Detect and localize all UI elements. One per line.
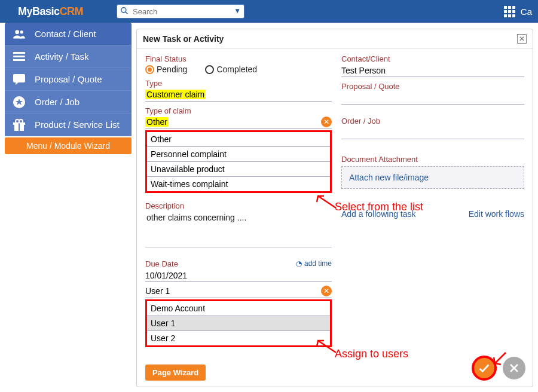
user-option[interactable]: User 2: [147, 331, 330, 345]
sidebar: Contact / Client Activity / Task Proposa…: [5, 23, 132, 154]
svg-rect-13: [19, 122, 20, 131]
topright-label[interactable]: Ca: [521, 7, 532, 17]
attach-file-button[interactable]: Attach new file/image: [341, 166, 524, 189]
claim-dropdown: Other Personnel complaint Unavailable pr…: [145, 130, 332, 193]
proposal-quote-input[interactable]: [341, 92, 524, 105]
topbar: MyBasicCRM ▼ Ca: [0, 0, 538, 23]
contact-client-label: Contact/Client: [341, 54, 524, 63]
assignee-value: User 1: [145, 286, 170, 296]
users-icon: [13, 28, 25, 40]
menu-module-wizard-button[interactable]: Menu / Module Wizard: [5, 137, 132, 154]
order-job-input[interactable]: [341, 127, 524, 139]
svg-point-2: [15, 30, 19, 34]
search-dropdown-icon[interactable]: ▼: [234, 7, 241, 15]
claim-option[interactable]: Wait-times complaint: [147, 177, 330, 191]
task-panel: New Task or Activity ✕ Final Status Pend…: [136, 29, 533, 387]
svg-point-15: [19, 120, 23, 123]
col-left: Final Status Pending Completed Type Cust…: [145, 54, 332, 381]
clear-icon[interactable]: ✕: [321, 117, 332, 127]
sidebar-item-order[interactable]: Order / Job: [5, 91, 132, 114]
type-of-claim-value: Other: [145, 117, 169, 127]
proposal-quote-label: Proposal / Quote: [341, 82, 524, 91]
type-value: Customer claim: [145, 90, 206, 99]
document-attachment-label: Document Attachment: [341, 155, 524, 164]
radio-icon: [205, 65, 214, 74]
type-field[interactable]: Customer claim: [145, 89, 332, 102]
close-icon[interactable]: ✕: [517, 34, 527, 44]
svg-point-0: [121, 8, 126, 13]
apps-grid-icon[interactable]: [504, 6, 515, 17]
close-icon: [509, 363, 519, 373]
sidebar-item-activity[interactable]: Activity / Task: [5, 45, 132, 68]
sidebar-label: Product / Service List: [35, 120, 120, 130]
description-label: Description: [145, 201, 332, 210]
brand-suffix: CRM: [60, 5, 84, 17]
check-icon: [478, 362, 491, 375]
claim-option[interactable]: Personnel complaint: [147, 147, 330, 162]
order-job-label: Order / Job: [341, 117, 524, 125]
svg-point-3: [20, 30, 23, 33]
brand-logo: MyBasicCRM: [18, 5, 83, 18]
col-right: Contact/Client Proposal / Quote Order / …: [341, 54, 524, 381]
type-of-claim-field[interactable]: Other ✕: [145, 117, 332, 129]
svg-rect-4: [13, 52, 25, 54]
radio-label: Completed: [216, 65, 257, 74]
add-following-task-link[interactable]: Add a following task: [341, 209, 416, 219]
assignee-field[interactable]: User 1 ✕: [145, 286, 332, 298]
svg-rect-7: [13, 74, 25, 82]
brand-prefix: MyBasic: [18, 5, 60, 17]
sidebar-label: Order / Job: [35, 97, 80, 107]
topbar-right: Ca: [504, 6, 532, 17]
clock-icon: ◔: [296, 259, 302, 268]
user-option[interactable]: User 1: [147, 316, 330, 331]
user-option[interactable]: Demo Account: [147, 301, 330, 316]
sidebar-item-proposal[interactable]: Proposal / Quote: [5, 68, 132, 91]
sidebar-label: Activity / Task: [35, 51, 89, 62]
radio-icon: [145, 65, 154, 74]
star-circle-icon: [13, 96, 25, 108]
description-input[interactable]: [145, 212, 332, 247]
type-label: Type: [145, 79, 332, 88]
add-time-label: add time: [304, 259, 332, 268]
svg-line-1: [126, 12, 128, 14]
claim-option[interactable]: Unavailable product: [147, 162, 330, 177]
panel-title: New Task or Activity: [143, 34, 224, 44]
sidebar-item-contact[interactable]: Contact / Client: [5, 23, 132, 45]
search-icon: [120, 7, 129, 17]
due-date-input[interactable]: [145, 270, 332, 282]
contact-client-input[interactable]: [341, 65, 524, 77]
gift-icon: [13, 119, 25, 131]
sidebar-label: Proposal / Quote: [35, 74, 102, 84]
type-of-claim-label: Type of claim: [145, 106, 332, 115]
page-wizard-button[interactable]: Page Wizard: [145, 365, 206, 381]
svg-rect-6: [13, 59, 25, 61]
add-time-button[interactable]: ◔ add time: [296, 259, 332, 268]
svg-rect-5: [13, 56, 25, 57]
sidebar-item-product[interactable]: Product / Service List: [5, 114, 132, 136]
radio-completed[interactable]: Completed: [205, 65, 257, 74]
panel-header: New Task or Activity ✕: [137, 29, 533, 48]
search-input[interactable]: [117, 4, 244, 19]
cancel-button[interactable]: [503, 357, 525, 379]
radio-pending[interactable]: Pending: [145, 65, 187, 74]
user-dropdown: Demo Account User 1 User 2: [145, 299, 332, 347]
search-wrap: ▼: [117, 4, 244, 19]
clear-icon[interactable]: ✕: [321, 286, 332, 296]
final-status-label: Final Status: [145, 54, 332, 63]
edit-workflows-link[interactable]: Edit work flows: [469, 209, 524, 219]
list-icon: [13, 51, 25, 63]
claim-option[interactable]: Other: [147, 132, 330, 147]
sidebar-label: Contact / Client: [35, 29, 96, 39]
save-button[interactable]: [472, 356, 497, 381]
radio-label: Pending: [157, 65, 187, 74]
chat-icon: [13, 74, 25, 85]
final-status-radios: Pending Completed: [145, 65, 332, 74]
